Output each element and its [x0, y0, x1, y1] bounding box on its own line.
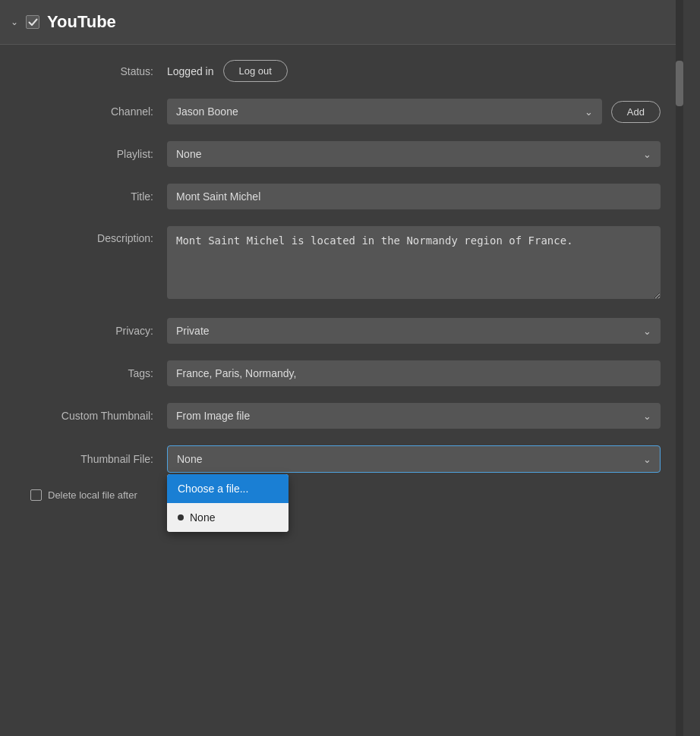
- delete-local-file-row: Delete local file after: [30, 489, 661, 501]
- playlist-row: Playlist: None ⌄: [15, 141, 661, 167]
- channel-select-wrapper: Jason Boone ⌄: [167, 99, 602, 124]
- scrollbar-thumb[interactable]: [676, 61, 683, 106]
- add-channel-button[interactable]: Add: [611, 101, 661, 123]
- title-label: Title:: [15, 190, 167, 203]
- channel-select[interactable]: Jason Boone: [167, 99, 602, 124]
- privacy-row: Privacy: Private ⌄: [15, 318, 661, 344]
- channel-row: Channel: Jason Boone ⌄ Add: [15, 99, 661, 124]
- panel-title: YouTube: [47, 12, 116, 32]
- status-value: Logged in: [167, 65, 214, 77]
- tags-row: Tags:: [15, 360, 661, 386]
- youtube-enable-checkbox[interactable]: [26, 15, 39, 29]
- tags-input-wrapper: [167, 360, 661, 386]
- playlist-select-wrapper: None ⌄: [167, 141, 661, 167]
- delete-local-file-checkbox[interactable]: [30, 489, 42, 501]
- description-label: Description:: [15, 226, 167, 244]
- thumbnail-file-select[interactable]: None: [167, 445, 661, 473]
- privacy-label: Privacy:: [15, 325, 167, 337]
- thumbnail-file-dropdown-menu: Choose a file... None: [167, 474, 289, 532]
- title-input-wrapper: [167, 184, 661, 209]
- description-row: Description:: [15, 226, 661, 301]
- youtube-panel: ⌄ YouTube Status: Logged in Log out Chan…: [0, 0, 683, 516]
- custom-thumbnail-select[interactable]: From Image file: [167, 403, 661, 429]
- playlist-select[interactable]: None: [167, 141, 661, 167]
- none-option[interactable]: None: [167, 503, 289, 532]
- playlist-label: Playlist:: [15, 148, 167, 160]
- custom-thumbnail-label: Custom Thumbnail:: [15, 410, 167, 422]
- description-input[interactable]: [167, 226, 661, 299]
- thumbnail-file-label: Thumbnail File:: [15, 453, 167, 465]
- scrollbar-track[interactable]: [676, 0, 683, 736]
- thumbnail-file-row: Thumbnail File: None ⌄ Choose a file... …: [15, 445, 661, 473]
- channel-group: Jason Boone ⌄ Add: [167, 99, 661, 124]
- title-row: Title:: [15, 184, 661, 209]
- status-label: Status:: [15, 65, 167, 77]
- panel-header: ⌄ YouTube: [0, 0, 683, 45]
- custom-thumbnail-row: Custom Thumbnail: From Image file ⌄: [15, 403, 661, 429]
- choose-file-option[interactable]: Choose a file...: [167, 474, 289, 503]
- none-radio-dot: [178, 514, 184, 521]
- tags-label: Tags:: [15, 367, 167, 379]
- logout-button[interactable]: Log out: [223, 60, 288, 82]
- description-input-wrapper: [167, 226, 661, 301]
- delete-local-file-label: Delete local file after: [48, 489, 137, 501]
- status-group: Logged in Log out: [167, 60, 661, 82]
- title-input[interactable]: [167, 184, 661, 209]
- channel-label: Channel:: [15, 105, 167, 118]
- custom-thumbnail-select-wrapper: From Image file ⌄: [167, 403, 661, 429]
- privacy-select-wrapper: Private ⌄: [167, 318, 661, 344]
- status-row: Status: Logged in Log out: [15, 60, 661, 82]
- collapse-chevron-icon[interactable]: ⌄: [11, 17, 18, 27]
- thumbnail-file-dropdown-container: None ⌄ Choose a file... None: [167, 445, 661, 473]
- thumbnail-file-select-wrapper: None ⌄: [167, 445, 661, 473]
- tags-input[interactable]: [167, 360, 661, 386]
- privacy-select[interactable]: Private: [167, 318, 661, 344]
- form-area: Status: Logged in Log out Channel: Jason…: [0, 45, 683, 516]
